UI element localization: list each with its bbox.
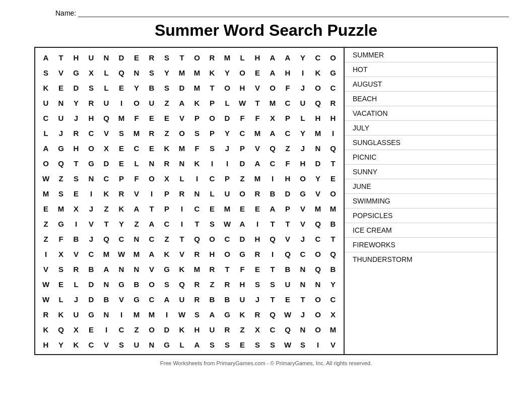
grid-cell: P	[159, 186, 174, 201]
grid-cell: Y	[295, 50, 310, 65]
grid-cell: A	[265, 125, 280, 141]
grid-cell: K	[53, 307, 69, 322]
grid-cell: G	[84, 156, 99, 171]
grid-cell: O	[295, 171, 310, 186]
grid-cell: W	[38, 277, 53, 292]
grid-cell: J	[69, 292, 84, 307]
grid-cell: J	[84, 231, 99, 246]
grid-cell: V	[310, 186, 325, 201]
grid-cell: H	[295, 156, 310, 171]
word-item: FIREWORKS	[345, 238, 497, 252]
grid-cell: Q	[310, 261, 325, 277]
grid-cell: B	[129, 277, 144, 292]
grid-cell: N	[144, 156, 159, 171]
grid-cell: N	[129, 231, 144, 246]
grid-cell: S	[69, 171, 84, 186]
grid-cell: N	[310, 277, 325, 292]
grid-cell: E	[159, 110, 174, 125]
grid-cell: O	[174, 125, 189, 141]
grid-cell: O	[325, 186, 341, 201]
grid-cell: D	[99, 156, 114, 171]
grid-cell: M	[325, 322, 341, 337]
grid-cell: W	[280, 307, 295, 322]
grid-cell: A	[129, 201, 144, 216]
grid-cell: O	[310, 80, 325, 95]
grid-cell: C	[84, 125, 99, 141]
grid-cell: I	[174, 216, 189, 231]
grid-cell: E	[114, 141, 129, 156]
word-item: HOT	[345, 62, 497, 77]
word-search-grid: ATHUNDERSTORMLHAAYCOSVGXLQNSYMMKYOEAHIKG…	[35, 48, 345, 354]
grid-cell: I	[250, 216, 265, 231]
grid-cell: M	[325, 201, 341, 216]
grid-cell: F	[189, 141, 205, 156]
grid-cell: T	[325, 156, 341, 171]
grid-cell: M	[220, 50, 235, 65]
grid-cell: Q	[310, 216, 325, 231]
grid-cell: T	[265, 292, 280, 307]
grid-cell: R	[69, 125, 84, 141]
grid-cell: O	[310, 246, 325, 261]
grid-cell: V	[53, 65, 69, 80]
grid-cell: L	[235, 50, 250, 65]
grid-cell: F	[129, 171, 144, 186]
grid-cell: S	[220, 337, 235, 352]
grid-cell: M	[220, 201, 235, 216]
grid-cell: F	[129, 110, 144, 125]
grid-cell: N	[84, 171, 99, 186]
grid-cell: B	[265, 186, 280, 201]
grid-cell: Q	[265, 307, 280, 322]
grid-cell: V	[250, 141, 265, 156]
grid-cell: W	[174, 307, 189, 322]
grid-cell: R	[220, 322, 235, 337]
grid-cell: U	[38, 95, 53, 110]
grid-cell: Z	[129, 216, 144, 231]
grid-cell: W	[114, 246, 129, 261]
grid-cell: C	[265, 156, 280, 171]
grid-cell: L	[174, 171, 189, 186]
grid-cell: Z	[205, 277, 220, 292]
grid-cell: D	[310, 156, 325, 171]
grid-cell: K	[69, 337, 84, 352]
grid-cell: H	[235, 80, 250, 95]
grid-cell: P	[205, 95, 220, 110]
grid-cell: L	[205, 186, 220, 201]
grid-cell: X	[69, 201, 84, 216]
grid-cell: I	[265, 246, 280, 261]
word-item: SUMMER	[345, 48, 497, 62]
grid-cell: H	[280, 65, 295, 80]
grid-cell: V	[295, 201, 310, 216]
grid-cell: D	[235, 156, 250, 171]
grid-cell: B	[325, 216, 341, 231]
grid-cell: E	[325, 171, 341, 186]
grid-cell: Q	[325, 141, 341, 156]
grid-cell: Y	[129, 80, 144, 95]
grid-cell: C	[144, 231, 159, 246]
grid-cell: R	[144, 125, 159, 141]
grid-cell: O	[144, 171, 159, 186]
grid-cell: L	[99, 80, 114, 95]
grid-cell: C	[325, 292, 341, 307]
grid-cell: J	[295, 307, 310, 322]
grid-cell: I	[159, 307, 174, 322]
grid-cell: Y	[53, 337, 69, 352]
grid-cell: Q	[280, 322, 295, 337]
word-item: JUNE	[345, 179, 497, 194]
grid-cell: F	[235, 261, 250, 277]
grid-cell: S	[265, 277, 280, 292]
grid-cell: Z	[53, 171, 69, 186]
grid-cell: D	[220, 110, 235, 125]
grid-cell: D	[114, 50, 129, 65]
grid-cell: A	[265, 65, 280, 80]
grid-cell: D	[280, 186, 295, 201]
grid-cell: H	[69, 141, 84, 156]
grid-cell: G	[53, 216, 69, 231]
grid-cell: Z	[99, 201, 114, 216]
grid-cell: K	[99, 186, 114, 201]
grid-cell: M	[99, 246, 114, 261]
grid-cell: V	[114, 292, 129, 307]
grid-cell: P	[220, 171, 235, 186]
grid-cell: G	[129, 292, 144, 307]
grid-cell: O	[84, 141, 99, 156]
grid-cell: Q	[114, 65, 129, 80]
